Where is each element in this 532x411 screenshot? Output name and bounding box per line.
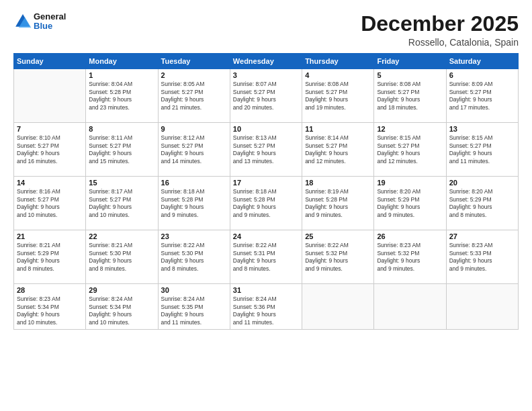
calendar-cell: 14Sunrise: 8:16 AMSunset: 5:27 PMDayligh…	[14, 177, 86, 230]
day-info: Sunrise: 8:21 AMSunset: 5:29 PMDaylight:…	[17, 242, 83, 273]
day-info: Sunrise: 8:22 AMSunset: 5:30 PMDaylight:…	[161, 242, 227, 273]
calendar-cell: 24Sunrise: 8:22 AMSunset: 5:31 PMDayligh…	[230, 230, 302, 284]
header-tuesday: Tuesday	[158, 54, 230, 69]
header-saturday: Saturday	[446, 54, 518, 69]
day-number: 20	[449, 179, 515, 187]
calendar-cell: 31Sunrise: 8:24 AMSunset: 5:36 PMDayligh…	[230, 284, 302, 330]
day-number: 15	[89, 179, 154, 187]
calendar-cell: 9Sunrise: 8:12 AMSunset: 5:27 PMDaylight…	[158, 123, 230, 177]
day-info: Sunrise: 8:24 AMSunset: 5:34 PMDaylight:…	[89, 295, 154, 326]
day-info: Sunrise: 8:05 AMSunset: 5:27 PMDaylight:…	[161, 81, 227, 111]
day-number: 16	[161, 179, 227, 187]
day-number: 24	[233, 232, 299, 240]
calendar-cell: 29Sunrise: 8:24 AMSunset: 5:34 PMDayligh…	[86, 284, 158, 330]
day-info: Sunrise: 8:08 AMSunset: 5:27 PMDaylight:…	[377, 81, 443, 111]
day-number: 27	[449, 232, 515, 240]
calendar-cell: 5Sunrise: 8:08 AMSunset: 5:27 PMDaylight…	[374, 69, 446, 123]
header-sunday: Sunday	[14, 54, 86, 69]
day-info: Sunrise: 8:23 AMSunset: 5:33 PMDaylight:…	[449, 242, 515, 273]
day-number: 28	[17, 286, 83, 294]
header-wednesday: Wednesday	[230, 54, 302, 69]
day-info: Sunrise: 8:12 AMSunset: 5:27 PMDaylight:…	[161, 134, 227, 165]
week-row-3: 14Sunrise: 8:16 AMSunset: 5:27 PMDayligh…	[14, 177, 519, 230]
calendar-cell: 27Sunrise: 8:23 AMSunset: 5:33 PMDayligh…	[446, 230, 518, 284]
week-row-5: 28Sunrise: 8:23 AMSunset: 5:34 PMDayligh…	[14, 284, 519, 330]
day-number: 29	[89, 286, 154, 294]
day-info: Sunrise: 8:11 AMSunset: 5:27 PMDaylight:…	[89, 134, 154, 165]
day-info: Sunrise: 8:24 AMSunset: 5:35 PMDaylight:…	[161, 295, 227, 326]
calendar-cell: 28Sunrise: 8:23 AMSunset: 5:34 PMDayligh…	[14, 284, 86, 330]
calendar-cell: 3Sunrise: 8:07 AMSunset: 5:27 PMDaylight…	[230, 69, 302, 123]
day-number: 3	[233, 71, 299, 79]
day-info: Sunrise: 8:15 AMSunset: 5:27 PMDaylight:…	[377, 134, 443, 165]
calendar-cell	[14, 69, 86, 123]
calendar-cell: 19Sunrise: 8:20 AMSunset: 5:29 PMDayligh…	[374, 177, 446, 230]
day-info: Sunrise: 8:23 AMSunset: 5:32 PMDaylight:…	[377, 242, 443, 273]
day-number: 22	[89, 232, 154, 240]
day-info: Sunrise: 8:21 AMSunset: 5:30 PMDaylight:…	[89, 242, 154, 273]
calendar-cell	[374, 284, 446, 330]
calendar-cell: 7Sunrise: 8:10 AMSunset: 5:27 PMDaylight…	[14, 123, 86, 177]
week-row-4: 21Sunrise: 8:21 AMSunset: 5:29 PMDayligh…	[14, 230, 519, 284]
day-number: 11	[305, 125, 371, 133]
logo-icon	[13, 12, 32, 31]
calendar-cell	[302, 284, 374, 330]
calendar-cell: 30Sunrise: 8:24 AMSunset: 5:35 PMDayligh…	[158, 284, 230, 330]
day-number: 19	[377, 179, 443, 187]
calendar-cell: 13Sunrise: 8:15 AMSunset: 5:27 PMDayligh…	[446, 123, 518, 177]
day-info: Sunrise: 8:17 AMSunset: 5:27 PMDaylight:…	[89, 188, 154, 219]
day-number: 8	[89, 125, 154, 133]
calendar-table: SundayMondayTuesdayWednesdayThursdayFrid…	[13, 53, 519, 330]
calendar-cell: 2Sunrise: 8:05 AMSunset: 5:27 PMDaylight…	[158, 69, 230, 123]
day-number: 23	[161, 232, 227, 240]
logo-text: General Blue	[34, 12, 66, 32]
day-info: Sunrise: 8:13 AMSunset: 5:27 PMDaylight:…	[233, 134, 299, 165]
calendar-cell: 8Sunrise: 8:11 AMSunset: 5:27 PMDaylight…	[86, 123, 158, 177]
day-info: Sunrise: 8:20 AMSunset: 5:29 PMDaylight:…	[377, 188, 443, 219]
main-title: December 2025	[361, 12, 519, 36]
day-info: Sunrise: 8:04 AMSunset: 5:28 PMDaylight:…	[89, 81, 154, 111]
day-number: 9	[161, 125, 227, 133]
day-info: Sunrise: 8:23 AMSunset: 5:34 PMDaylight:…	[17, 295, 83, 326]
day-info: Sunrise: 8:22 AMSunset: 5:31 PMDaylight:…	[233, 242, 299, 273]
day-number: 7	[17, 125, 83, 133]
day-number: 25	[305, 232, 371, 240]
calendar-cell: 16Sunrise: 8:18 AMSunset: 5:28 PMDayligh…	[158, 177, 230, 230]
logo: General Blue	[13, 12, 66, 32]
page: General Blue December 2025 Rossello, Cat…	[0, 0, 532, 411]
calendar-cell: 12Sunrise: 8:15 AMSunset: 5:27 PMDayligh…	[374, 123, 446, 177]
day-info: Sunrise: 8:14 AMSunset: 5:27 PMDaylight:…	[305, 134, 371, 165]
calendar-cell	[446, 284, 518, 330]
day-number: 10	[233, 125, 299, 133]
header: General Blue December 2025 Rossello, Cat…	[13, 12, 519, 48]
day-number: 18	[305, 179, 371, 187]
day-info: Sunrise: 8:24 AMSunset: 5:36 PMDaylight:…	[233, 295, 299, 326]
day-info: Sunrise: 8:10 AMSunset: 5:27 PMDaylight:…	[17, 134, 83, 165]
day-number: 21	[17, 232, 83, 240]
day-number: 6	[449, 71, 515, 79]
day-number: 12	[377, 125, 443, 133]
calendar-cell: 20Sunrise: 8:20 AMSunset: 5:29 PMDayligh…	[446, 177, 518, 230]
calendar-cell: 15Sunrise: 8:17 AMSunset: 5:27 PMDayligh…	[86, 177, 158, 230]
calendar-cell: 22Sunrise: 8:21 AMSunset: 5:30 PMDayligh…	[86, 230, 158, 284]
day-number: 5	[377, 71, 443, 79]
day-info: Sunrise: 8:15 AMSunset: 5:27 PMDaylight:…	[449, 134, 515, 165]
subtitle: Rossello, Catalonia, Spain	[361, 37, 519, 48]
calendar-cell: 10Sunrise: 8:13 AMSunset: 5:27 PMDayligh…	[230, 123, 302, 177]
day-number: 30	[161, 286, 227, 294]
calendar-cell: 17Sunrise: 8:18 AMSunset: 5:28 PMDayligh…	[230, 177, 302, 230]
day-info: Sunrise: 8:20 AMSunset: 5:29 PMDaylight:…	[449, 188, 515, 219]
header-friday: Friday	[374, 54, 446, 69]
calendar-cell: 1Sunrise: 8:04 AMSunset: 5:28 PMDaylight…	[86, 69, 158, 123]
week-row-1: 1Sunrise: 8:04 AMSunset: 5:28 PMDaylight…	[14, 69, 519, 123]
day-number: 31	[233, 286, 299, 294]
day-number: 2	[161, 71, 227, 79]
day-info: Sunrise: 8:08 AMSunset: 5:27 PMDaylight:…	[305, 81, 371, 111]
calendar-cell: 4Sunrise: 8:08 AMSunset: 5:27 PMDaylight…	[302, 69, 374, 123]
day-number: 26	[377, 232, 443, 240]
day-info: Sunrise: 8:19 AMSunset: 5:28 PMDaylight:…	[305, 188, 371, 219]
calendar-cell: 18Sunrise: 8:19 AMSunset: 5:28 PMDayligh…	[302, 177, 374, 230]
calendar-cell: 25Sunrise: 8:22 AMSunset: 5:32 PMDayligh…	[302, 230, 374, 284]
day-info: Sunrise: 8:18 AMSunset: 5:28 PMDaylight:…	[161, 188, 227, 219]
calendar-header-row: SundayMondayTuesdayWednesdayThursdayFrid…	[14, 54, 519, 69]
